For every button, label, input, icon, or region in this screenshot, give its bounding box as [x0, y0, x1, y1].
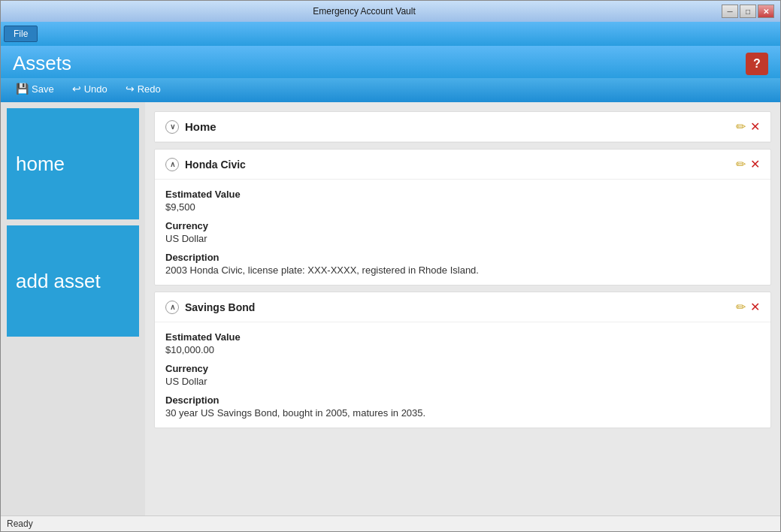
minimize-button[interactable]: ─	[722, 5, 738, 18]
window-controls: ─ □ ✕	[722, 5, 774, 18]
home-group-delete-button[interactable]: ✕	[750, 119, 760, 134]
honda-civic-currency: US Dollar	[165, 233, 760, 244]
save-icon: 💾	[16, 83, 29, 95]
savings-bond-currency-label: Currency	[165, 363, 760, 374]
menu-bar: File	[1, 22, 780, 46]
file-menu[interactable]: File	[4, 26, 38, 42]
honda-civic-estimated-value-label: Estimated Value	[165, 189, 760, 200]
savings-bond-description-field: Description 30 year US Savings Bond, bou…	[165, 394, 760, 419]
savings-bond-title: ∧ Savings Bond	[165, 301, 255, 314]
honda-civic-edit-button[interactable]: ✏	[736, 157, 746, 171]
honda-civic-body: Estimated Value $9,500 Currency US Dolla…	[155, 180, 770, 285]
savings-bond-estimated-value-field: Estimated Value $10,000.00	[165, 331, 760, 355]
sidebar-tile-add-asset-label: add asset	[16, 270, 101, 293]
honda-civic-actions: ✏ ✕	[736, 157, 760, 171]
title-bar: Emergency Account Vault ─ □ ✕	[1, 1, 780, 22]
page-title: Assets	[13, 52, 71, 75]
maximize-button[interactable]: □	[740, 5, 756, 18]
home-collapse-button[interactable]: ∨	[165, 120, 179, 134]
home-group-header: ∨ Home ✏ ✕	[155, 112, 770, 142]
savings-bond-currency-field: Currency US Dollar	[165, 363, 760, 387]
savings-bond-currency: US Dollar	[165, 376, 760, 387]
home-group-title: ∨ Home	[165, 120, 216, 134]
savings-bond-name: Savings Bond	[185, 301, 255, 313]
sidebar: home add asset	[1, 102, 145, 515]
undo-button[interactable]: ↩ Undo	[69, 81, 110, 96]
honda-collapse-icon: ∧	[170, 160, 175, 168]
honda-civic-header: ∧ Honda Civic ✏ ✕	[155, 150, 770, 180]
redo-button[interactable]: ↪ Redo	[123, 81, 164, 96]
main-window: Emergency Account Vault ─ □ ✕ File Asset…	[0, 0, 781, 532]
home-group-label: Home	[185, 120, 216, 133]
redo-label: Redo	[138, 83, 161, 95]
toolbar: 💾 Save ↩ Undo ↪ Redo	[1, 78, 780, 102]
savings-bond-estimated-value: $10,000.00	[165, 344, 760, 355]
home-group-edit-button[interactable]: ✏	[736, 119, 746, 134]
savings-bond-estimated-value-label: Estimated Value	[165, 331, 760, 343]
home-group-actions: ✏ ✕	[736, 119, 760, 134]
savings-bond-description-label: Description	[165, 394, 760, 406]
savings-bond-delete-button[interactable]: ✕	[750, 300, 760, 314]
save-button[interactable]: 💾 Save	[13, 81, 57, 96]
honda-civic-currency-label: Currency	[165, 220, 760, 231]
home-group: ∨ Home ✏ ✕	[154, 111, 771, 143]
honda-civic-estimated-value: $9,500	[165, 201, 760, 213]
main-content: home add asset ∨ Home ✏	[1, 102, 780, 515]
undo-label: Undo	[84, 83, 107, 95]
savings-bond-body: Estimated Value $10,000.00 Currency US D…	[155, 322, 770, 428]
honda-civic-delete-button[interactable]: ✕	[750, 157, 760, 171]
redo-icon: ↪	[126, 83, 135, 95]
savings-bond-edit-button[interactable]: ✏	[736, 300, 746, 314]
savings-bond-description: 30 year US Savings Bond, bought in 2005,…	[165, 407, 760, 419]
home-collapse-icon: ∨	[170, 122, 175, 131]
window-title: Emergency Account Vault	[7, 6, 722, 17]
honda-civic-title: ∧ Honda Civic	[165, 158, 246, 171]
status-bar: Ready	[1, 515, 780, 531]
honda-civic-item: ∧ Honda Civic ✏ ✕ Estimated Value $9,500	[154, 149, 771, 286]
honda-civic-name: Honda Civic	[185, 159, 246, 171]
honda-civic-estimated-value-field: Estimated Value $9,500	[165, 189, 760, 213]
sidebar-tile-home[interactable]: home	[7, 108, 139, 219]
honda-civic-currency-field: Currency US Dollar	[165, 220, 760, 244]
status-text: Ready	[7, 518, 33, 529]
savings-bond-collapse-icon: ∧	[170, 303, 175, 311]
savings-bond-item: ∧ Savings Bond ✏ ✕ Estimated Value $10,0…	[154, 292, 771, 428]
savings-bond-actions: ✏ ✕	[736, 300, 760, 314]
sidebar-tile-home-label: home	[16, 153, 65, 176]
save-label: Save	[32, 83, 54, 95]
honda-civic-description-label: Description	[165, 252, 760, 263]
savings-bond-collapse-button[interactable]: ∧	[165, 301, 179, 314]
help-button[interactable]: ?	[746, 53, 768, 75]
sidebar-tile-add-asset[interactable]: add asset	[7, 225, 139, 337]
undo-icon: ↩	[72, 83, 81, 95]
content-panel: ∨ Home ✏ ✕ ∧ Ho	[145, 102, 780, 515]
honda-civic-collapse-button[interactable]: ∧	[165, 158, 179, 171]
honda-civic-description: 2003 Honda Civic, license plate: XXX-XXX…	[165, 264, 760, 276]
close-button[interactable]: ✕	[758, 5, 774, 18]
app-header: Assets ?	[1, 46, 780, 78]
savings-bond-header: ∧ Savings Bond ✏ ✕	[155, 292, 770, 322]
honda-civic-description-field: Description 2003 Honda Civic, license pl…	[165, 252, 760, 276]
